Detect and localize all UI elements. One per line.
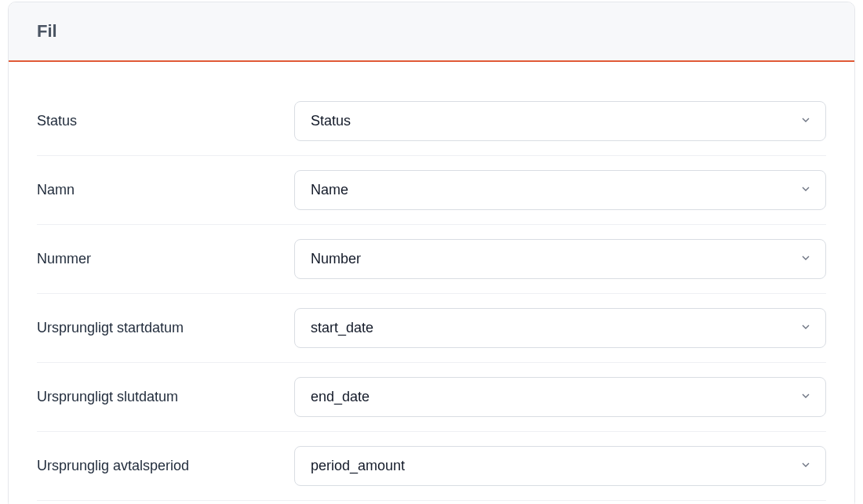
select-number[interactable]: Number — [294, 239, 826, 279]
form-row-end-date: Ursprungligt slutdatum end_date — [37, 363, 826, 432]
select-end-date-value: end_date — [311, 389, 370, 405]
select-period-amount-value: period_amount — [311, 458, 405, 474]
label-number: Nummer — [37, 251, 294, 267]
form-row-status: Status Status — [37, 101, 826, 156]
select-start-date-value: start_date — [311, 320, 373, 336]
select-number-wrapper: Number — [294, 239, 826, 279]
select-number-value: Number — [311, 251, 361, 267]
select-period-amount[interactable]: period_amount — [294, 446, 826, 486]
label-status: Status — [37, 113, 294, 129]
card-body: Status Status Namn Name — [9, 62, 854, 504]
select-status-value: Status — [311, 113, 351, 129]
select-status[interactable]: Status — [294, 101, 826, 141]
form-row-period-amount: Ursprunglig avtalsperiod period_amount — [37, 432, 826, 501]
label-name: Namn — [37, 182, 294, 198]
select-start-date-wrapper: start_date — [294, 308, 826, 348]
select-name-wrapper: Name — [294, 170, 826, 210]
select-end-date[interactable]: end_date — [294, 377, 826, 417]
label-period-amount: Ursprunglig avtalsperiod — [37, 458, 294, 474]
select-end-date-wrapper: end_date — [294, 377, 826, 417]
card-title: Fil — [37, 21, 826, 42]
file-mapping-card: Fil Status Status Namn Name — [8, 2, 855, 504]
select-name[interactable]: Name — [294, 170, 826, 210]
select-name-value: Name — [311, 182, 348, 198]
label-start-date: Ursprungligt startdatum — [37, 320, 294, 336]
select-status-wrapper: Status — [294, 101, 826, 141]
label-end-date: Ursprungligt slutdatum — [37, 389, 294, 405]
select-start-date[interactable]: start_date — [294, 308, 826, 348]
form-row-number: Nummer Number — [37, 225, 826, 294]
form-row-name: Namn Name — [37, 156, 826, 225]
form-row-start-date: Ursprungligt startdatum start_date — [37, 294, 826, 363]
card-header: Fil — [9, 2, 854, 62]
select-period-amount-wrapper: period_amount — [294, 446, 826, 486]
